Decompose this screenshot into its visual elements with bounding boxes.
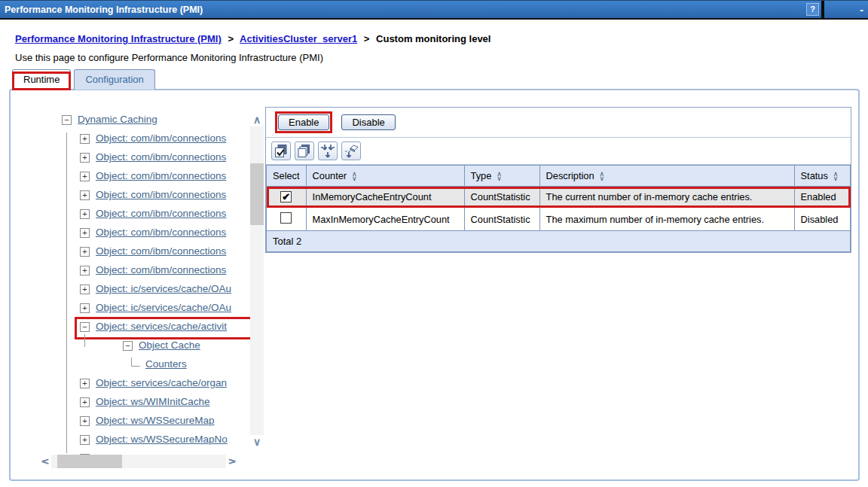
tree-item-link[interactable]: Dynamic Caching — [78, 114, 157, 125]
tree-expand-icon[interactable]: + — [80, 228, 90, 238]
tree-row: +Object: ws/WIMInitCache — [12, 392, 265, 411]
tree-item-link[interactable]: Object: com/ibm/connections — [96, 170, 226, 181]
tree-item-link[interactable]: Object: com/ibm/connections — [96, 264, 226, 275]
tree-trunk-line — [66, 132, 67, 453]
action-button-row: Enable Disable — [266, 108, 851, 138]
scroll-up-icon[interactable]: ∧ — [250, 113, 264, 126]
tree-item-link[interactable]: Object: services/cache/activit — [96, 321, 227, 332]
table-row: ✔InMemoryCacheEntryCountCountStatisticTh… — [267, 187, 851, 208]
show-filter-icon[interactable] — [318, 142, 338, 160]
table-total-row: Total 2 — [267, 231, 851, 252]
cell-status: Disabled — [794, 208, 850, 231]
counters-table: Select Counter∧∨ Type∧∨ Description∧∨ St… — [266, 165, 851, 252]
column-header-counter[interactable]: Counter∧∨ — [306, 166, 464, 187]
tree-expand-icon[interactable]: + — [80, 397, 90, 407]
tree-expand-icon[interactable]: + — [80, 172, 90, 181]
column-header-description[interactable]: Description∧∨ — [539, 166, 794, 187]
tree-expand-icon[interactable]: + — [80, 285, 90, 294]
breadcrumb-link-server[interactable]: ActivitiesCluster_server1 — [240, 33, 357, 44]
cell-select: ✔ — [267, 187, 307, 208]
tree-expand-icon[interactable]: + — [80, 190, 90, 200]
tree-expand-icon[interactable]: + — [80, 266, 90, 275]
tree-item-link[interactable]: Object: services/cache/organ — [96, 377, 227, 388]
annotation-box-enable: Enable — [275, 111, 332, 133]
cell-counter: MaxInMemoryCacheEntryCount — [306, 208, 464, 231]
enable-button[interactable]: Enable — [278, 114, 329, 130]
pmi-tree: −Dynamic Caching+Object: com/ibm/connect… — [12, 107, 265, 470]
breadcrumb-link-pmi[interactable]: Performance Monitoring Infrastructure (P… — [15, 33, 222, 44]
column-header-type[interactable]: Type∧∨ — [464, 166, 539, 187]
breadcrumb-separator: > — [360, 33, 374, 44]
tree-row: +Object: ws/WSSecureMapNo — [12, 430, 265, 449]
tab-configuration[interactable]: Configuration — [74, 69, 154, 90]
tree-expand-icon[interactable]: + — [80, 134, 90, 144]
tree-expand-icon[interactable]: + — [80, 435, 90, 445]
tree-row: +Object: ws/WSSecureMap — [12, 411, 265, 430]
tree-trunk-line — [84, 334, 85, 347]
sort-icon[interactable]: ∧∨ — [497, 172, 502, 181]
tree-collapse-icon[interactable]: − — [123, 341, 133, 351]
tree-item-link[interactable]: Object: ic/services/cache/OAu — [96, 302, 231, 313]
tree-row: +Object: com/ibm/connections — [12, 166, 265, 185]
tree-leaf-connector — [131, 358, 140, 367]
tree-item-link[interactable]: Object: com/ibm/connections — [96, 245, 226, 257]
sort-icon[interactable]: ∧∨ — [833, 172, 839, 181]
tab-bar: Runtime Configuration — [12, 69, 155, 90]
tab-runtime-label: Runtime — [23, 74, 60, 85]
disable-button[interactable]: Disable — [341, 114, 395, 130]
tree-item-link[interactable]: Counters — [145, 358, 187, 370]
tree-expand-icon[interactable]: + — [80, 153, 90, 163]
row-checkbox-unchecked[interactable] — [280, 212, 292, 224]
tree-expand-icon[interactable]: + — [80, 209, 90, 219]
sort-icon[interactable]: ∧∨ — [352, 172, 357, 181]
horizontal-scrollbar-thumb[interactable] — [57, 455, 122, 468]
tree-item-link[interactable]: Object: com/ibm/connections — [96, 189, 226, 200]
tab-runtime[interactable]: Runtime — [12, 69, 71, 90]
vertical-scrollbar-thumb[interactable] — [250, 163, 264, 225]
cell-type: CountStatistic — [464, 187, 539, 208]
tree-row: −Dynamic Caching — [12, 110, 265, 129]
table-header-row: Select Counter∧∨ Type∧∨ Description∧∨ St… — [267, 166, 851, 187]
column-header-status[interactable]: Status∧∨ — [794, 166, 850, 187]
tree-item-link[interactable]: Object: ws/WSSecureMap — [96, 415, 215, 426]
tree-horizontal-scrollbar[interactable]: ∧ ∧ — [38, 455, 240, 468]
tree-expand-icon[interactable]: + — [80, 379, 90, 388]
tree-item-link[interactable]: Object: com/ibm/connections — [96, 132, 226, 144]
sort-icon[interactable]: ∧∨ — [600, 172, 605, 181]
tree-expand-icon[interactable]: + — [80, 454, 90, 455]
page-description: Use this page to configure Performance M… — [15, 52, 323, 63]
cell-status: Enabled — [794, 187, 850, 208]
tree-item-link[interactable]: Object: com/ibm/connections — [96, 151, 226, 163]
tree-collapse-icon[interactable]: − — [62, 115, 72, 125]
tree-item-link[interactable]: Object Cache — [139, 339, 200, 351]
tree-expand-icon[interactable]: + — [80, 247, 90, 257]
tree-item-link[interactable]: Object: ws/WSSecureMapNo — [96, 434, 228, 445]
tree-item-link[interactable]: Object: com/ibm/connections — [96, 227, 226, 238]
tree-item-link[interactable]: Object: com/ibm/connections — [96, 208, 226, 219]
tree-row: +Object: ic/services/cache/OAu — [12, 298, 265, 317]
tree-item-link[interactable]: Object: ic/services/cache/OAu — [96, 283, 231, 294]
clear-filter-icon[interactable] — [341, 142, 361, 160]
breadcrumb-separator: > — [224, 33, 237, 44]
tree-vertical-scrollbar[interactable]: ∧ ∨ — [250, 113, 264, 449]
cell-description: The maximum number of in-memory cache en… — [539, 208, 794, 231]
total-label: Total 2 — [267, 231, 851, 252]
deselect-all-icon[interactable] — [295, 142, 314, 160]
window-title: Performance Monitoring Infrastructure (P… — [0, 5, 806, 15]
row-checkbox-checked[interactable]: ✔ — [280, 191, 292, 202]
content-panel: −Dynamic Caching+Object: com/ibm/connect… — [9, 89, 860, 481]
tree-expand-icon[interactable]: + — [80, 416, 90, 426]
counters-pane: Enable Disable — [265, 107, 851, 253]
tree-expand-icon[interactable]: + — [80, 303, 90, 313]
tree-item-link[interactable]: Object: ws/WIMInitCache — [96, 396, 210, 407]
help-icon[interactable]: ? — [806, 3, 819, 16]
scroll-left-icon[interactable]: ∧ — [38, 455, 51, 468]
select-all-icon[interactable] — [271, 142, 291, 160]
minimize-icon[interactable]: - — [860, 4, 868, 16]
tree-row: +Object: com/ibm/connections — [12, 260, 265, 279]
scroll-down-icon[interactable]: ∨ — [250, 435, 264, 449]
tree-row: +Object: ws/ — [12, 449, 265, 455]
scroll-right-icon[interactable]: ∧ — [226, 455, 240, 468]
column-header-select: Select — [267, 166, 307, 187]
tree-collapse-icon[interactable]: − — [80, 322, 90, 332]
